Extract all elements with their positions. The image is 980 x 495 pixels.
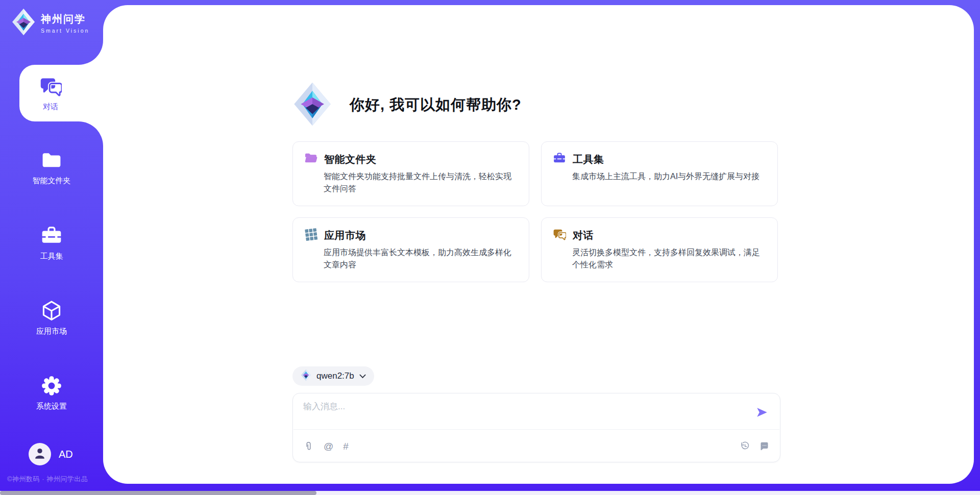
brand-diamond-logo-icon (11, 8, 36, 38)
card-toolset[interactable]: 工具集 集成市场上主流工具，助力AI与外界无缝扩展与对接 (541, 141, 778, 206)
greeting: 你好, 我可以如何帮助你? (292, 82, 522, 129)
brand-subtitle: Smart Vision (41, 28, 89, 34)
mention-icon[interactable]: @ (324, 441, 333, 451)
sidebar-item-label: 智能文件夹 (33, 176, 71, 186)
send-icon[interactable] (755, 406, 769, 421)
chevron-down-icon (359, 372, 366, 381)
sidebar-item-settings[interactable]: 系统设置 (0, 375, 103, 411)
cube-icon (40, 300, 63, 324)
folder-open-icon (304, 152, 317, 167)
chat-bubbles-icon (553, 228, 566, 243)
card-description: 智能文件夹功能支持批量文件上传与清洗，轻松实现文件问答 (324, 170, 518, 195)
sidebar-item-toolset[interactable]: 工具集 (0, 225, 103, 261)
sidebar-item-app-market[interactable]: 应用市场 (0, 300, 103, 336)
card-title: 对话 (573, 229, 594, 242)
attachment-icon[interactable] (303, 441, 314, 452)
card-smart-folder[interactable]: 智能文件夹 智能文件夹功能支持批量文件上传与清洗，轻松实现文件问答 (292, 141, 529, 206)
card-description: 灵活切换多模型文件，支持多样回复效果调试，满足个性化需求 (572, 246, 766, 271)
user-profile[interactable]: AD (29, 443, 73, 465)
greeting-diamond-logo-icon (292, 82, 332, 129)
model-selector[interactable]: qwen2:7b (292, 366, 374, 386)
avatar[interactable] (29, 443, 51, 465)
sidebar-item-label: 系统设置 (36, 402, 67, 411)
sidebar-item-label: 工具集 (40, 252, 63, 261)
message-composer: @ # (292, 393, 780, 462)
briefcase-icon (40, 225, 63, 249)
model-diamond-logo-icon (301, 369, 311, 383)
feedback-icon[interactable] (759, 441, 770, 452)
horizontal-scrollbar (0, 491, 980, 495)
card-title: 工具集 (573, 153, 604, 166)
model-name: qwen2:7b (316, 371, 354, 381)
brand-name: 神州问学 (41, 12, 89, 26)
brand: 神州问学 Smart Vision (11, 8, 89, 38)
sidebar-item-label: 对话 (43, 102, 58, 112)
feature-cards: 智能文件夹 智能文件夹功能支持批量文件上传与清洗，轻松实现文件问答 工具集 集成… (292, 141, 778, 282)
user-initials: AD (59, 449, 73, 460)
card-description: 应用市场提供丰富长文本模板，助力高效生成多样化文章内容 (324, 246, 518, 271)
scrollbar-thumb[interactable] (0, 491, 316, 495)
gear-icon (40, 375, 63, 399)
sidebar-item-smart-folder[interactable]: 智能文件夹 (0, 149, 103, 186)
person-icon (32, 445, 47, 463)
card-app-market[interactable]: 应用市场 应用市场提供丰富长文本模板，助力高效生成多样化文章内容 (292, 217, 529, 282)
card-title: 应用市场 (324, 229, 366, 242)
card-title: 智能文件夹 (324, 153, 377, 166)
folder-icon (40, 149, 63, 174)
copyright-text: ©神州数码 · 神州问学出品 (7, 475, 104, 484)
sidebar-item-label: 应用市场 (36, 327, 67, 336)
briefcase-icon (553, 152, 566, 167)
hashtag-icon[interactable]: # (343, 441, 349, 451)
main-panel: 你好, 我可以如何帮助你? 智能文件夹 智能文件夹功能支持批量文件上传与清洗，轻… (103, 5, 974, 484)
sidebar-item-chat[interactable]: 对话 (19, 65, 103, 121)
card-description: 集成市场上主流工具，助力AI与外界无缝扩展与对接 (572, 170, 766, 183)
history-icon[interactable] (740, 441, 750, 452)
sidebar: 神州问学 Smart Vision 对话 智能文件夹 (0, 0, 103, 495)
message-input[interactable] (303, 401, 742, 431)
card-chat[interactable]: 对话 灵活切换多模型文件，支持多样回复效果调试，满足个性化需求 (541, 217, 778, 282)
greeting-text: 你好, 我可以如何帮助你? (350, 95, 522, 115)
grid-icon (304, 228, 317, 243)
chat-bubbles-icon (39, 75, 62, 100)
